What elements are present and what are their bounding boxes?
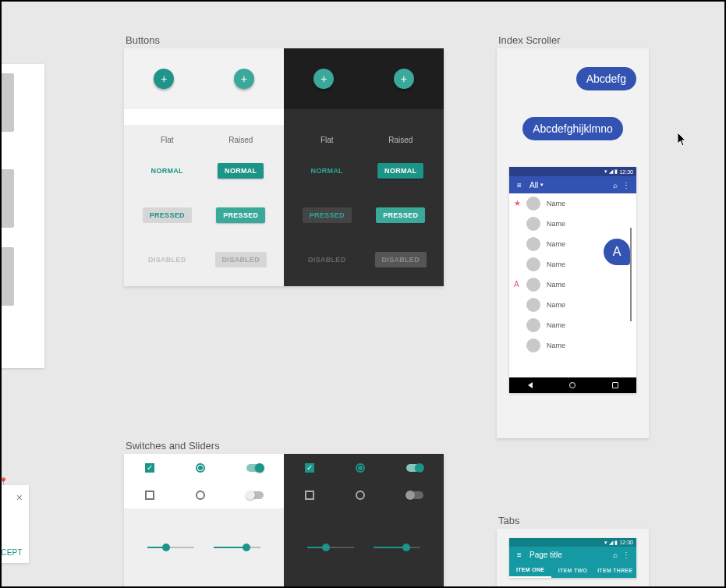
contact-row[interactable]: Name	[509, 275, 636, 295]
raised-button-pressed[interactable]: PRESSED	[376, 207, 425, 223]
search-icon[interactable]: ⌕	[610, 551, 621, 559]
sliders-dark	[284, 508, 444, 586]
contact-name: Name	[547, 220, 565, 228]
switch-on[interactable]	[406, 464, 423, 472]
wifi-icon: ▾	[604, 168, 607, 175]
flat-button-normal[interactable]: NORMAL	[304, 163, 350, 179]
radio-on[interactable]	[356, 463, 365, 473]
page-title: Page title	[525, 551, 610, 559]
switches-sliders-panel: ✓ ✓ ✓ ✓	[124, 454, 444, 586]
avatar	[526, 298, 540, 312]
tabs-panel: ▾ ◢ ▮ 12:30 ≡ Page title ⌕ ⋮ ITEM ONEITE…	[497, 529, 649, 587]
checkbox-off[interactable]: ✓	[305, 491, 314, 500]
photo-tile	[0, 73, 14, 132]
contact-name: Name	[547, 240, 565, 248]
search-icon[interactable]: ⌕	[610, 181, 621, 190]
radio-off[interactable]	[356, 491, 365, 500]
phone-mockup: ▾ ◢ ▮ 12:30 ≡ Page title ⌕ ⋮ ITEM ONEITE…	[509, 538, 636, 578]
flat-button-disabled: DISABLED	[301, 252, 352, 267]
contact-name: Name	[547, 301, 565, 309]
contact-list[interactable]: ★ A NameNameNameNameNameNameNameName A	[509, 193, 636, 377]
slider[interactable]	[374, 547, 420, 548]
dropdown-all[interactable]: All ▾	[525, 181, 610, 190]
more-icon[interactable]: ⋮	[621, 551, 632, 559]
section-label-index-scroller: Index Scroller	[498, 34, 560, 46]
cursor-icon	[678, 133, 689, 150]
avatar	[526, 318, 540, 332]
switch-off[interactable]	[246, 491, 264, 499]
contact-name: Name	[547, 281, 565, 289]
fab-row: + +	[284, 48, 444, 109]
app-bar: ≡ All ▾ ⌕ ⋮	[509, 176, 636, 193]
sliders-light	[124, 508, 284, 586]
fab-button[interactable]: +	[234, 69, 254, 89]
signal-icon: ◢	[609, 168, 613, 175]
raised-button-normal[interactable]: NORMAL	[377, 163, 423, 179]
tooltip-chip: Abcdefghijklmno	[522, 117, 623, 140]
column-header-raised: Raised	[204, 136, 278, 144]
more-icon[interactable]: ⋮	[621, 181, 632, 190]
close-icon[interactable]: ×	[16, 491, 23, 504]
fab-button[interactable]: +	[313, 69, 334, 89]
status-time: 12:30	[619, 540, 633, 545]
flat-button-disabled: DISABLED	[141, 252, 193, 267]
contact-row[interactable]: Name	[509, 193, 636, 214]
flat-button-normal[interactable]: NORMAL	[144, 163, 190, 179]
left-partial-card: ➦ 📍	[0, 64, 44, 368]
slider[interactable]	[307, 547, 354, 548]
home-icon[interactable]	[569, 382, 575, 388]
contact-name: Name	[547, 200, 565, 207]
raised-button-disabled: DISABLED	[375, 252, 427, 267]
status-bar: ▾ ◢ ▮ 12:30	[509, 167, 636, 176]
checkbox-off[interactable]: ✓	[145, 491, 154, 500]
flat-button-pressed[interactable]: PRESSED	[303, 207, 352, 223]
tooltip-chip: Abcdefg	[576, 67, 636, 90]
scrollbar-track[interactable]	[630, 228, 632, 321]
contact-row[interactable]: Name	[509, 335, 636, 356]
radio-off[interactable]	[196, 491, 205, 500]
menu-icon[interactable]: ≡	[514, 551, 525, 559]
menu-icon[interactable]: ≡	[514, 181, 525, 190]
fab-button[interactable]: +	[154, 69, 174, 89]
contact-name: Name	[547, 321, 565, 329]
slider[interactable]	[147, 547, 194, 548]
raised-button-pressed[interactable]: PRESSED	[216, 207, 265, 223]
contact-row[interactable]: Name	[509, 315, 636, 335]
accept-button[interactable]: CEPT	[1, 548, 23, 557]
switch-on[interactable]	[246, 464, 264, 472]
buttons-panel: + + Flat Raised NORMAL NORMAL PRESSED PR…	[124, 48, 444, 286]
recents-icon[interactable]	[612, 382, 618, 388]
contact-row[interactable]: Name	[509, 214, 636, 234]
section-label-tabs: Tabs	[498, 515, 519, 526]
wifi-icon: ▾	[604, 540, 607, 546]
flat-button-pressed[interactable]: PRESSED	[143, 207, 192, 223]
slider[interactable]	[214, 547, 260, 548]
checkbox-on[interactable]: ✓	[305, 463, 314, 473]
fab-button[interactable]: +	[394, 69, 414, 89]
index-scroller-panel: Abcdefg Abcdefghijklmno ▾ ◢ ▮ 12:30 ≡ Al…	[497, 48, 649, 438]
signal-icon: ◢	[609, 540, 613, 546]
contact-name: Name	[547, 260, 565, 268]
photo-tile	[0, 169, 14, 228]
avatar	[526, 257, 540, 271]
left-partial-dialog: × CEPT	[0, 485, 29, 563]
tab-item[interactable]: ITEM THREE	[594, 562, 636, 578]
avatar	[526, 197, 540, 211]
tab-item[interactable]: ITEM TWO	[551, 562, 593, 578]
column-header-flat: Flat	[130, 136, 204, 144]
radio-on[interactable]	[196, 463, 205, 473]
tabs-row: ITEM ONEITEM TWOITEM THREE	[509, 562, 636, 578]
contact-row[interactable]: Name	[509, 295, 636, 315]
section-letter: A	[514, 280, 519, 289]
raised-button-normal[interactable]: NORMAL	[218, 163, 264, 179]
index-scroller-bubble[interactable]: A	[604, 239, 630, 265]
avatar	[526, 237, 540, 251]
app-bar: ≡ Page title ⌕ ⋮	[509, 547, 636, 562]
favorites-star-icon: ★	[514, 199, 521, 207]
switch-off[interactable]	[406, 491, 423, 499]
buttons-dark-theme: + + Flat Raised NORMAL NORMAL PRESSED PR…	[284, 48, 444, 286]
checkbox-on[interactable]: ✓	[145, 463, 154, 473]
back-icon[interactable]	[528, 382, 533, 388]
column-header-flat: Flat	[290, 136, 364, 144]
tab-item[interactable]: ITEM ONE	[509, 562, 551, 578]
